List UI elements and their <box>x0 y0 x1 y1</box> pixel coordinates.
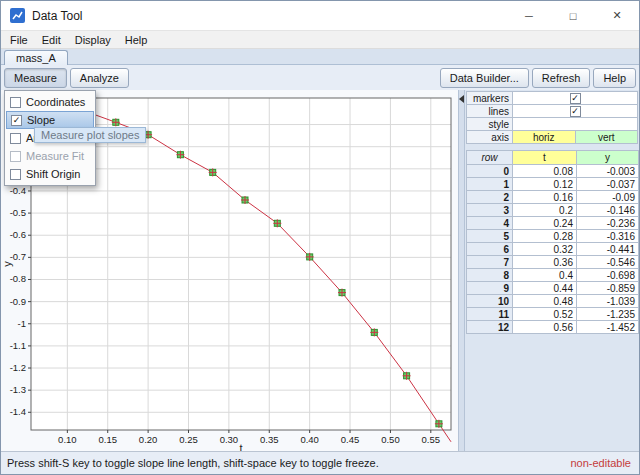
table-panel: markers lines style axis <box>465 90 639 451</box>
checkbox-icon <box>10 151 21 162</box>
collapse-left-icon[interactable] <box>459 95 464 103</box>
markers-checkbox-cell[interactable] <box>513 92 638 105</box>
table-row[interactable]: 40.24-0.236 <box>467 217 639 230</box>
row-index-cell: 12 <box>467 321 513 334</box>
markers-checkbox[interactable] <box>570 93 581 104</box>
data-cell: 0.24 <box>513 217 577 230</box>
minimize-button[interactable]: ─ <box>507 1 551 30</box>
svg-text:0.20: 0.20 <box>139 434 158 445</box>
table-row[interactable]: 80.4-0.698 <box>467 269 639 282</box>
data-cell: 0.4 <box>513 269 577 282</box>
lines-checkbox-cell[interactable] <box>513 105 638 118</box>
prop-row-markers: markers <box>467 92 638 105</box>
data-cell: -1.235 <box>577 308 639 321</box>
content-area: 0.100.150.200.250.300.350.400.450.500.55… <box>1 90 639 451</box>
row-index-cell: 7 <box>467 256 513 269</box>
data-cell: 0.36 <box>513 256 577 269</box>
refresh-button[interactable]: Refresh <box>532 68 591 88</box>
title-bar: Data Tool ─ □ ✕ <box>1 1 639 31</box>
svg-text:0.25: 0.25 <box>179 434 198 445</box>
axis-horiz-cell[interactable]: horiz <box>513 131 576 144</box>
menu-item-label: Shift Origin <box>26 168 80 180</box>
menu-item-shift-origin[interactable]: Shift Origin <box>6 165 94 183</box>
menu-item-coordinates[interactable]: Coordinates <box>6 93 94 111</box>
svg-text:0.35: 0.35 <box>260 434 279 445</box>
data-cell: 0.12 <box>513 178 577 191</box>
table-row[interactable]: 110.52-1.235 <box>467 308 639 321</box>
data-cell: 0.48 <box>513 295 577 308</box>
window-title: Data Tool <box>32 9 82 23</box>
svg-text:-1: -1 <box>18 318 26 329</box>
data-cell: -0.003 <box>577 165 639 178</box>
data-tool-window: Data Tool ─ □ ✕ File Edit Display Help m… <box>0 0 640 475</box>
data-table-header-row: row t y <box>467 151 639 165</box>
svg-text:-0.6: -0.6 <box>10 229 26 240</box>
table-row[interactable]: 50.28-0.316 <box>467 230 639 243</box>
splitter[interactable] <box>458 90 465 451</box>
row-index-cell: 0 <box>467 165 513 178</box>
table-row[interactable]: 100.48-1.039 <box>467 295 639 308</box>
row-index-cell: 11 <box>467 308 513 321</box>
close-button[interactable]: ✕ <box>595 1 639 30</box>
window-controls: ─ □ ✕ <box>507 1 639 30</box>
checkbox-icon <box>10 169 21 180</box>
data-cell: -0.146 <box>577 204 639 217</box>
data-cell: -0.316 <box>577 230 639 243</box>
t-column-header[interactable]: t <box>513 151 577 165</box>
table-row[interactable]: 60.32-0.441 <box>467 243 639 256</box>
table-row[interactable]: 00.08-0.003 <box>467 165 639 178</box>
menu-file[interactable]: File <box>3 33 35 47</box>
svg-text:0.55: 0.55 <box>422 434 441 445</box>
app-icon <box>10 8 25 23</box>
checkbox-icon <box>10 133 21 144</box>
maximize-button[interactable]: □ <box>551 1 595 30</box>
menu-help[interactable]: Help <box>118 33 155 47</box>
measure-button[interactable]: Measure <box>4 68 67 88</box>
svg-text:-1.1: -1.1 <box>10 340 26 351</box>
svg-text:0.50: 0.50 <box>381 434 400 445</box>
tab-mass-a[interactable]: mass_A <box>4 50 68 65</box>
table-row[interactable]: 70.36-0.546 <box>467 256 639 269</box>
tooltip: Measure plot slopes <box>34 127 146 143</box>
checkbox-icon <box>11 115 22 126</box>
svg-text:-1.2: -1.2 <box>10 362 26 373</box>
row-index-cell: 6 <box>467 243 513 256</box>
svg-text:-1.4: -1.4 <box>10 406 26 417</box>
analyze-button[interactable]: Analyze <box>70 68 129 88</box>
data-cell: -0.09 <box>577 191 639 204</box>
lines-label: lines <box>467 105 513 118</box>
data-cell: -0.037 <box>577 178 639 191</box>
lines-checkbox[interactable] <box>570 106 581 117</box>
data-cell: 0.2 <box>513 204 577 217</box>
data-cell: 0.08 <box>513 165 577 178</box>
svg-text:0.10: 0.10 <box>58 434 77 445</box>
svg-text:0.15: 0.15 <box>98 434 117 445</box>
table-row[interactable]: 30.2-0.146 <box>467 204 639 217</box>
prop-row-lines: lines <box>467 105 638 118</box>
data-builder-button[interactable]: Data Builder... <box>440 68 529 88</box>
help-button[interactable]: Help <box>593 68 636 88</box>
table-row[interactable]: 20.16-0.09 <box>467 191 639 204</box>
menu-item-label: Measure Fit <box>26 150 84 162</box>
y-column-header[interactable]: y <box>577 151 639 165</box>
menu-item-measure-fit[interactable]: Measure Fit <box>6 147 94 165</box>
axis-vert-cell[interactable]: vert <box>575 131 638 144</box>
prop-row-axis: axis horiz vert <box>467 131 638 144</box>
data-cell: -0.236 <box>577 217 639 230</box>
data-cell: 0.52 <box>513 308 577 321</box>
data-cell: 0.44 <box>513 282 577 295</box>
data-cell: -0.441 <box>577 243 639 256</box>
svg-text:-0.9: -0.9 <box>10 296 26 307</box>
table-row[interactable]: 10.12-0.037 <box>467 178 639 191</box>
menu-display[interactable]: Display <box>68 33 118 47</box>
data-cell: 0.32 <box>513 243 577 256</box>
row-column-header: row <box>467 151 513 165</box>
row-index-cell: 3 <box>467 204 513 217</box>
tab-row: mass_A <box>1 49 639 65</box>
table-row[interactable]: 90.44-0.859 <box>467 282 639 295</box>
row-index-cell: 10 <box>467 295 513 308</box>
table-row[interactable]: 120.56-1.452 <box>467 321 639 334</box>
checkbox-icon <box>10 97 21 108</box>
style-value-cell[interactable] <box>513 118 638 131</box>
menu-edit[interactable]: Edit <box>35 33 68 47</box>
